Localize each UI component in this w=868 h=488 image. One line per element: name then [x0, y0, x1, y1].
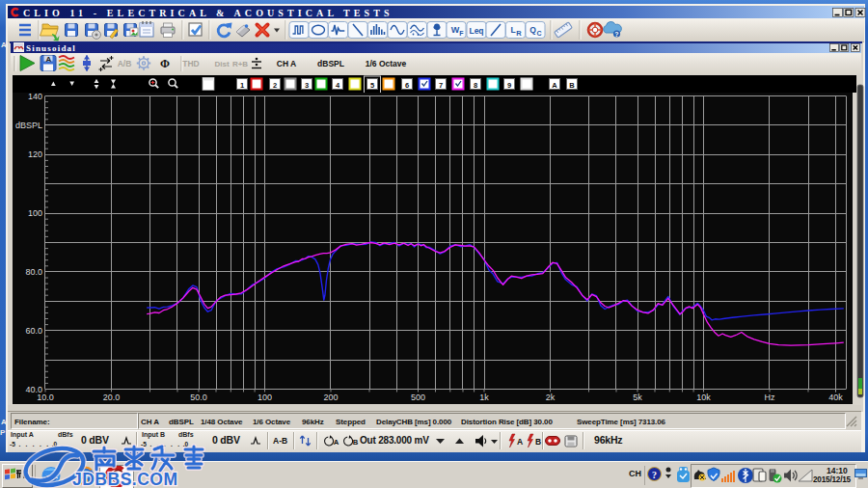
svg-text:20.0: 20.0 [103, 393, 121, 402]
svg-text:120: 120 [28, 149, 42, 159]
svg-text:140: 140 [28, 92, 42, 101]
svg-text:dBSPL: dBSPL [15, 121, 42, 130]
svg-text:100: 100 [28, 208, 42, 218]
svg-text:JDBBS.COM: JDBBS.COM [72, 470, 178, 488]
svg-text:100: 100 [258, 393, 272, 402]
svg-text:1k: 1k [479, 393, 489, 402]
svg-text:80.0: 80.0 [25, 267, 42, 277]
svg-text:500: 500 [411, 393, 425, 402]
svg-text:60.0: 60.0 [25, 326, 42, 336]
svg-text:10k: 10k [696, 393, 711, 402]
svg-text:5k: 5k [633, 393, 642, 402]
svg-text:10.0: 10.0 [37, 393, 54, 402]
svg-text:50.0: 50.0 [190, 393, 207, 402]
svg-text:40k: 40k [828, 393, 843, 402]
svg-text:2k: 2k [546, 393, 556, 402]
svg-text:200: 200 [323, 393, 338, 402]
svg-text:Hz: Hz [765, 393, 775, 402]
